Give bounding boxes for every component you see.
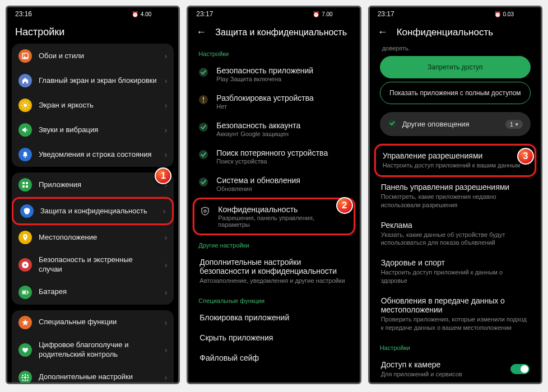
- camera-access-row[interactable]: Доступ к камере Для приложений и сервисо…: [374, 354, 536, 382]
- card-subtext: доверять.: [374, 44, 536, 53]
- section-label-settings: Настройки: [374, 338, 536, 354]
- settings-item[interactable]: Приложения ›: [12, 172, 174, 197]
- ok-icon: [198, 177, 208, 187]
- settings-item[interactable]: Уведомления и строка состояния ›: [12, 142, 174, 167]
- settings-item[interactable]: Защита и конфиденциальность ›: [12, 197, 174, 225]
- apps-icon: [18, 178, 32, 192]
- ok-icon: [198, 150, 208, 160]
- security-item[interactable]: Конфиденциальность Разрешения, панель уп…: [193, 198, 355, 235]
- volume-icon: [18, 123, 32, 137]
- chevron-right-icon: ›: [165, 233, 168, 242]
- settings-item[interactable]: Цифровое благополучие и родительский кон…: [12, 335, 174, 365]
- battery-icon: [18, 286, 32, 299]
- header: Настройки: [7, 21, 178, 44]
- gear-icon: [18, 371, 32, 382]
- privacy-list[interactable]: доверять. Запретить доступ Показать прил…: [370, 44, 541, 382]
- screen-privacy: 23:17 ⏰ 0.03 ← Конфиденциальность доверя…: [368, 6, 542, 384]
- special-item[interactable]: Блокировка приложений: [193, 307, 355, 328]
- chevron-right-icon: ›: [165, 346, 168, 354]
- status-time: 23:17: [196, 10, 213, 18]
- heart-icon: [18, 343, 32, 357]
- chevron-right-icon: ›: [165, 288, 168, 297]
- privacy-item[interactable]: Управление разрешениямиНастроить доступ …: [374, 144, 536, 177]
- privacy-item[interactable]: Здоровье и спортНастроить доступ приложе…: [374, 253, 536, 291]
- section-label-special: Специальные функции: [193, 291, 355, 307]
- deny-access-button[interactable]: Запретить доступ: [380, 56, 531, 78]
- other-alerts-count: 1▾: [505, 120, 523, 129]
- back-button[interactable]: ←: [196, 26, 206, 38]
- item-additional-security[interactable]: Дополнительные настройки безопасности и …: [193, 252, 355, 291]
- step-badge-2: 2: [336, 197, 353, 214]
- other-alerts-row[interactable]: Другие оповещения 1▾: [380, 112, 531, 136]
- shield-icon: [200, 206, 210, 216]
- screen-settings: 23:16 ⏰ 4.00 Настройки Обои и стили › Гл…: [6, 6, 180, 384]
- settings-item[interactable]: Дополнительные настройки ›: [12, 365, 174, 382]
- security-item[interactable]: Безопасность приложений Play Защита вклю…: [193, 60, 355, 88]
- back-button[interactable]: ←: [378, 26, 388, 38]
- chevron-right-icon: ›: [165, 150, 168, 159]
- page-title: Защита и конфиденциальность: [215, 27, 347, 38]
- chevron-right-icon: ›: [165, 52, 168, 60]
- settings-list[interactable]: Обои и стили › Главный экран и экран бло…: [7, 44, 178, 382]
- settings-item[interactable]: Главный экран и экран блокировки ›: [12, 68, 174, 93]
- special-item[interactable]: Файловый сейф: [193, 348, 355, 368]
- security-item[interactable]: Система и обновления Обновления: [193, 170, 355, 198]
- chevron-right-icon: ›: [165, 101, 168, 110]
- pin-icon: [18, 231, 32, 244]
- status-icons: ⏰ 0.03: [494, 11, 533, 17]
- step-badge-3: 3: [517, 148, 534, 165]
- security-item[interactable]: Разблокировка устройства Нет: [193, 88, 355, 115]
- ok-icon: [198, 122, 208, 132]
- settings-item[interactable]: Экран и яркость ›: [12, 93, 174, 118]
- status-time: 23:17: [378, 10, 394, 18]
- sos-icon: [18, 258, 32, 272]
- settings-item[interactable]: Батарея ›: [12, 280, 174, 305]
- status-bar: 23:16 ⏰ 4.00: [7, 7, 178, 21]
- settings-item[interactable]: Местоположение ›: [12, 225, 174, 250]
- home-icon: [18, 74, 32, 87]
- chevron-right-icon: ›: [165, 76, 168, 85]
- chevron-right-icon: ›: [165, 125, 168, 134]
- warn-icon: [198, 95, 208, 105]
- screen-security: 23:17 ⏰ 7.00 ← Защита и конфиденциальнос…: [187, 6, 361, 384]
- ok-icon: [198, 67, 208, 77]
- shield-icon: [20, 204, 34, 218]
- wallpaper-icon: [18, 49, 32, 63]
- status-icons: ⏰ 7.00: [313, 11, 351, 17]
- status-icons: ⏰ 4.00: [132, 11, 170, 17]
- privacy-item[interactable]: РекламаУказать, какие данные об устройст…: [374, 215, 536, 253]
- page-title: Настройки: [15, 26, 64, 38]
- chevron-right-icon: ›: [165, 373, 168, 382]
- chevron-right-icon: ›: [163, 207, 166, 216]
- bell-icon: [18, 148, 32, 161]
- other-alerts-label: Другие оповещения: [402, 120, 500, 128]
- camera-toggle[interactable]: [510, 364, 530, 374]
- settings-item[interactable]: Обои и стили ›: [12, 44, 174, 68]
- show-full-access-button[interactable]: Показать приложения с полным доступом: [380, 82, 531, 104]
- special-item[interactable]: Скрыть приложения: [193, 328, 355, 348]
- chevron-right-icon: ›: [165, 260, 168, 269]
- privacy-item[interactable]: Обновления в передаче данных о местополо…: [374, 291, 536, 338]
- header: ← Конфиденциальность: [370, 21, 541, 44]
- section-label-settings: Настройки: [193, 44, 355, 60]
- chevron-right-icon: ›: [165, 318, 168, 327]
- check-icon: [388, 119, 397, 129]
- security-list[interactable]: Настройки Безопасность приложений Play З…: [188, 44, 359, 382]
- section-label-other: Другие настройки: [193, 235, 355, 252]
- security-item[interactable]: Безопасность аккаунта Аккаунт Google защ…: [193, 115, 355, 143]
- status-time: 23:16: [15, 10, 32, 18]
- header: ← Защита и конфиденциальность: [188, 21, 359, 44]
- status-bar: 23:17 ⏰ 7.00: [188, 7, 359, 21]
- settings-item[interactable]: Безопасность и экстренные случаи ›: [12, 250, 174, 280]
- privacy-item[interactable]: Панель управления разрешениямиПосмотреть…: [374, 177, 536, 215]
- status-bar: 23:17 ⏰ 0.03: [370, 7, 541, 21]
- page-title: Конфиденциальность: [397, 27, 493, 38]
- sun-icon: [18, 99, 32, 112]
- settings-item[interactable]: Звуки и вибрация ›: [12, 118, 174, 142]
- settings-item[interactable]: Специальные функции ›: [12, 310, 174, 335]
- security-item[interactable]: Поиск потерянного устройства Поиск устро…: [193, 143, 355, 170]
- star-icon: [18, 316, 32, 329]
